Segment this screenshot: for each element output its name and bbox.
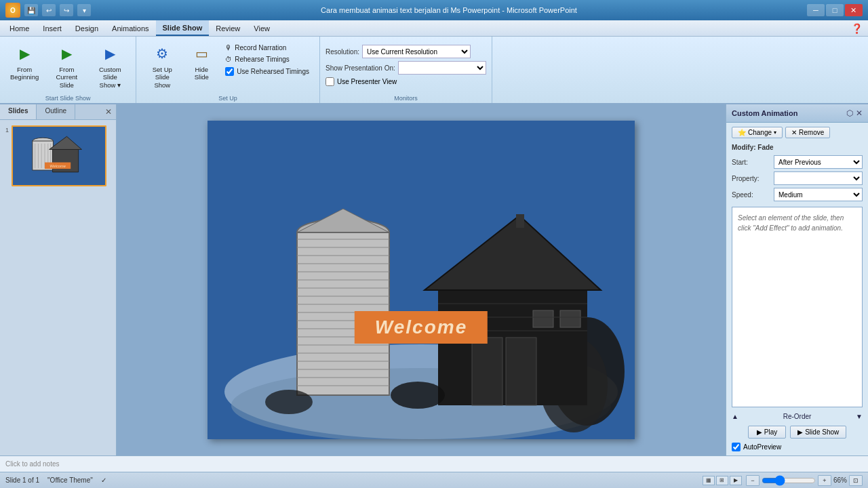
menu-home[interactable]: Home (3, 20, 36, 36)
rehearse-timings-button[interactable]: ⏱ Rehearse Timings (220, 54, 314, 65)
menu-animations[interactable]: Animations (105, 20, 155, 36)
outline-tab[interactable]: Outline (37, 104, 75, 119)
slide-sorter-btn[interactable]: ⊞ (716, 476, 728, 485)
fit-to-window-btn[interactable]: ⊡ (849, 475, 863, 486)
reorder-down-btn[interactable]: ▼ (856, 413, 863, 420)
monitors-col: Resolution: Use Current Resolution Show … (326, 39, 486, 86)
canvas-area[interactable]: Welcome (117, 104, 726, 455)
zoom-slider[interactable] (762, 475, 816, 486)
start-select[interactable]: After Previous (774, 155, 863, 169)
record-narration-icon: 🎙 (225, 44, 232, 52)
resolution-label: Resolution: (326, 48, 359, 56)
hide-slide-label: Hide Slide (195, 66, 209, 81)
speed-select[interactable]: Medium (774, 188, 863, 201)
hide-slide-button[interactable]: ▭ Hide Slide (185, 39, 218, 85)
welcome-banner[interactable]: Welcome (355, 311, 488, 344)
customize-quick-btn[interactable]: ▾ (77, 4, 91, 16)
start-slideshow-group-label: Start Slide Show (5, 94, 130, 103)
status-right: ▦ ⊞ ▶ − + 66% ⊡ (703, 475, 863, 486)
hide-slide-icon: ▭ (191, 43, 212, 64)
menu-design[interactable]: Design (68, 20, 105, 36)
menu-insert[interactable]: Insert (36, 20, 68, 36)
anim-list-area: Select an element of the slide, then cli… (732, 207, 863, 407)
setup-slide-show-button[interactable]: ⚙ Set Up Slide Show (142, 39, 182, 92)
slide-item-1[interactable]: 1 (5, 125, 111, 186)
rehearse-timings-icon: ⏱ (225, 56, 232, 63)
autopreview-checkbox[interactable] (732, 443, 741, 451)
speed-select-row[interactable]: Medium (774, 188, 863, 201)
autopreview-row[interactable]: AutoPreview (726, 441, 868, 455)
slideshow-label: Slide Show (805, 428, 839, 436)
presenter-view-row[interactable]: Use Presenter View (326, 77, 486, 86)
main-area: Slides Outline ✕ 1 (0, 104, 868, 455)
remove-button[interactable]: ✕ Remove (785, 127, 830, 138)
zoom-out-btn[interactable]: − (746, 475, 760, 486)
anim-panel-header: Custom Animation ⬡ ✕ (726, 104, 868, 123)
slide-thumbnail-1[interactable]: Welcome (12, 125, 106, 186)
anim-panel-expand-icon[interactable]: ⬡ (846, 108, 853, 118)
play-icon: ▶ (757, 428, 762, 436)
notes-area[interactable]: Click to add notes (0, 455, 868, 472)
play-label: Play (764, 428, 777, 436)
anim-panel-close-icon[interactable]: ✕ (856, 108, 863, 118)
rehearse-timings-label: Rehearse Timings (235, 56, 290, 63)
svg-rect-20 (516, 214, 524, 228)
svg-rect-24 (560, 310, 580, 327)
svg-rect-22 (506, 338, 536, 405)
redo-quick-btn[interactable]: ↪ (60, 4, 73, 16)
normal-view-btn[interactable]: ▦ (703, 476, 715, 485)
presenter-view-label: Use Presenter View (337, 78, 397, 85)
presenter-view-checkbox[interactable] (326, 77, 334, 86)
from-current-icon: ▶ (56, 43, 77, 64)
play-button[interactable]: ▶ Play (748, 426, 786, 439)
theme-name: "Office Theme" (47, 476, 93, 484)
record-narration-button[interactable]: 🎙 Record Narration (220, 42, 314, 54)
office-button[interactable]: O (5, 3, 20, 18)
use-rehearsed-label: Use Rehearsed Timings (237, 68, 309, 75)
from-current-slide-button[interactable]: ▶ From Current Slide (46, 39, 87, 92)
slide-list: 1 (0, 120, 116, 192)
minimize-button[interactable]: ─ (807, 4, 825, 16)
resolution-select[interactable]: Use Current Resolution (362, 45, 471, 58)
show-on-label: Show Presentation On: (326, 64, 395, 72)
help-icon[interactable]: ❓ (851, 23, 863, 34)
show-on-dropdown[interactable] (398, 61, 486, 75)
zoom-in-btn[interactable]: + (818, 475, 831, 486)
menu-slideshow[interactable]: Slide Show (156, 20, 210, 36)
reorder-up-btn[interactable]: ▲ (732, 413, 738, 420)
maximize-button[interactable]: □ (826, 4, 844, 16)
monitors-group-label: Monitors (326, 94, 486, 103)
slideshow-icon: ▶ (797, 428, 803, 436)
undo-quick-btn[interactable]: ↩ (42, 4, 56, 16)
slides-tab[interactable]: Slides (0, 104, 37, 119)
resolution-dropdown[interactable]: Use Current Resolution (362, 45, 471, 58)
autopreview-label: AutoPreview (743, 443, 781, 451)
reorder-label-btn[interactable]: Re-Order (783, 413, 812, 420)
start-select-row[interactable]: After Previous (774, 155, 863, 169)
slide-info: Slide 1 of 1 (5, 476, 39, 484)
anim-panel-title: Custom Animation (732, 109, 797, 117)
property-select-row[interactable] (774, 171, 863, 185)
show-on-select[interactable] (398, 61, 486, 75)
farm-scene-svg (208, 121, 635, 439)
change-label: Change (748, 129, 772, 136)
custom-slide-show-button[interactable]: ▶ Custom Slide Show ▾ (90, 39, 130, 92)
property-select[interactable] (774, 171, 863, 185)
close-button[interactable]: ✕ (845, 4, 863, 16)
zoom-level: 66% (833, 476, 847, 484)
svg-point-51 (265, 390, 313, 414)
change-button[interactable]: ⭐ Change ▾ (732, 127, 783, 138)
slide-panel-close[interactable]: ✕ (101, 104, 116, 119)
use-rehearsed-checkbox[interactable] (225, 67, 234, 76)
menu-view[interactable]: View (247, 20, 277, 36)
slide-canvas[interactable]: Welcome (208, 121, 635, 439)
save-quick-btn[interactable]: 💾 (24, 4, 38, 16)
from-beginning-button[interactable]: ▶ From Beginning (5, 39, 43, 85)
slideshow-view-btn[interactable]: ▶ (730, 476, 742, 485)
menu-review[interactable]: Review (209, 20, 247, 36)
use-rehearsed-timings-button[interactable]: Use Rehearsed Timings (220, 65, 314, 78)
slideshow-button[interactable]: ▶ Slide Show (790, 426, 846, 439)
custom-slideshow-label: Custom Slide Show ▾ (94, 66, 125, 89)
svg-text:Welcome: Welcome (50, 164, 66, 168)
title-bar: O 💾 ↩ ↪ ▾ Cara membuat animasi text berj… (0, 0, 868, 20)
